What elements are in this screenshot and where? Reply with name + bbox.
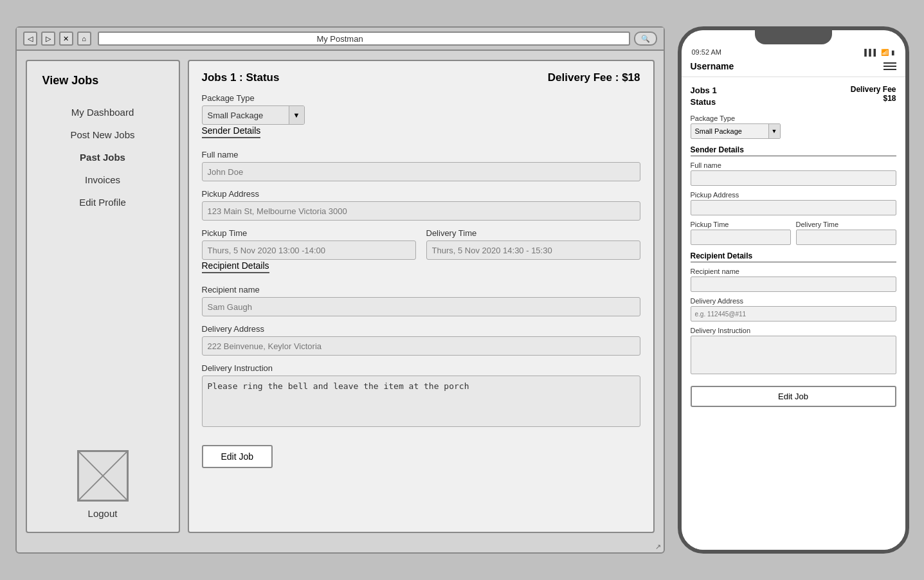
m-edit-job-button[interactable]: Edit Job — [691, 386, 896, 407]
m-pickup-time-input[interactable] — [691, 230, 791, 245]
close-button[interactable]: ✕ — [59, 32, 73, 46]
hamburger-line-3 — [883, 69, 896, 70]
edit-job-button[interactable]: Edit Job — [202, 445, 273, 468]
mobile-job-header: Jobs 1 Status Delivery Fee $18 — [691, 85, 896, 108]
m-full-name-label: Full name — [691, 161, 896, 169]
m-delivery-address-label: Delivery Address — [691, 297, 896, 305]
sidebar-item-invoices[interactable]: Invoices — [85, 174, 120, 185]
m-select-arrow-icon: ▼ — [768, 124, 780, 138]
pickup-time-label: Pickup Time — [202, 228, 416, 238]
delivery-fee: Delivery Fee : $18 — [548, 71, 640, 84]
mobile-screen: 09:52 AM ▌▌▌ 📶 ▮ Username Jobs 1 Status — [682, 30, 905, 550]
search-button[interactable]: 🔍 — [634, 32, 657, 46]
back-button[interactable]: ◁ — [23, 32, 37, 46]
time-row: Pickup Time Delivery Time — [202, 221, 640, 260]
mobile-time: 09:52 AM — [692, 48, 721, 56]
m-pickup-time-col: Pickup Time — [691, 215, 791, 245]
sidebar-title: View Jobs — [27, 74, 99, 87]
m-full-name-input[interactable] — [691, 170, 896, 186]
m-delivery-address-input[interactable] — [691, 306, 896, 322]
delivery-instruction-label: Delivery Instruction — [202, 363, 640, 373]
mobile-device: 09:52 AM ▌▌▌ 📶 ▮ Username Jobs 1 Status — [678, 26, 909, 554]
user-avatar — [77, 450, 129, 502]
pickup-address-input[interactable] — [202, 201, 640, 221]
mobile-body: Jobs 1 Status Delivery Fee $18 Package T… — [682, 77, 905, 550]
m-pickup-address-label: Pickup Address — [691, 191, 896, 199]
delivery-instruction-textarea[interactable]: Please ring the bell and leave the item … — [202, 376, 640, 427]
mobile-header: Username — [682, 59, 905, 77]
m-pickup-time-label: Pickup Time — [691, 221, 791, 228]
full-name-input[interactable] — [202, 162, 640, 181]
m-package-select[interactable]: Small Package — [691, 127, 768, 135]
browser-title: My Postman — [316, 34, 363, 44]
signal-icon: ▌▌▌ — [864, 49, 878, 56]
forward-button[interactable]: ▷ — [41, 32, 55, 46]
package-type-label: Package Type — [202, 93, 640, 103]
logout-button[interactable]: Logout — [88, 508, 118, 519]
recipient-name-input[interactable] — [202, 297, 640, 316]
m-package-select-wrapper[interactable]: Small Package ▼ — [691, 123, 781, 139]
recipient-details-section: Recipient Details — [202, 260, 269, 273]
browser-window: ◁ ▷ ✕ ⌂ 🔍 My Postman View Jobs My Dashbo… — [15, 26, 665, 554]
browser-content: View Jobs My Dashboard Post New Jobs Pas… — [17, 51, 664, 542]
package-type-select[interactable]: Small Package — [203, 111, 289, 120]
m-recipient-name-input[interactable] — [691, 276, 896, 292]
package-type-select-wrapper[interactable]: Small Package ▼ — [202, 105, 305, 125]
m-pickup-address-input[interactable] — [691, 200, 896, 215]
jobs-status-title: Jobs 1 : Status — [202, 71, 280, 84]
sidebar-item-edit-profile[interactable]: Edit Profile — [79, 197, 126, 208]
home-button[interactable]: ⌂ — [77, 32, 91, 46]
wifi-icon: 📶 — [881, 49, 889, 56]
hamburger-menu[interactable] — [883, 62, 896, 70]
package-select-arrow-icon: ▼ — [289, 106, 304, 124]
delivery-time-col: Delivery Time — [426, 221, 640, 260]
sidebar-item-dashboard[interactable]: My Dashboard — [71, 107, 134, 118]
delivery-address-input[interactable] — [202, 336, 640, 356]
m-delivery-time-label: Delivery Time — [796, 221, 896, 228]
sidebar-nav: My Dashboard Post New Jobs Past Jobs Inv… — [27, 107, 179, 208]
main-header: Jobs 1 : Status Delivery Fee : $18 — [202, 71, 640, 84]
delivery-time-input[interactable] — [426, 240, 640, 260]
m-recipient-name-label: Recipient name — [691, 267, 896, 275]
recipient-name-label: Recipient name — [202, 285, 640, 295]
pickup-address-label: Pickup Address — [202, 189, 640, 199]
mobile-delivery-fee: Delivery Fee $18 — [851, 85, 896, 103]
delivery-time-label: Delivery Time — [426, 228, 640, 238]
pickup-time-input[interactable] — [202, 240, 416, 260]
battery-icon: ▮ — [891, 49, 895, 56]
browser-toolbar: ◁ ▷ ✕ ⌂ 🔍 My Postman — [17, 28, 664, 51]
m-delivery-time-col: Delivery Time — [796, 215, 896, 245]
sender-details-section: Sender Details — [202, 125, 261, 138]
sidebar: View Jobs My Dashboard Post New Jobs Pas… — [26, 60, 180, 533]
delivery-address-label: Delivery Address — [202, 324, 640, 334]
m-recipient-section: Recipient Details — [691, 251, 896, 262]
m-sender-section: Sender Details — [691, 145, 896, 156]
hamburger-line-1 — [883, 62, 896, 64]
m-package-type-label: Package Type — [691, 114, 896, 122]
mobile-notch — [755, 30, 832, 44]
main-content: Jobs 1 : Status Delivery Fee : $18 Packa… — [188, 60, 655, 533]
m-time-row: Pickup Time Delivery Time — [691, 215, 896, 245]
pickup-time-col: Pickup Time — [202, 221, 416, 260]
resize-handle: ↗ — [17, 542, 664, 552]
m-delivery-instruction-label: Delivery Instruction — [691, 327, 896, 334]
mobile-job-title: Jobs 1 Status — [691, 85, 717, 108]
url-bar[interactable] — [98, 32, 630, 46]
mobile-status-icons: ▌▌▌ 📶 ▮ — [864, 49, 894, 56]
hamburger-line-2 — [883, 66, 896, 67]
full-name-label: Full name — [202, 150, 640, 159]
m-delivery-time-input[interactable] — [796, 230, 896, 245]
mobile-username: Username — [691, 61, 734, 71]
m-delivery-instruction-textarea[interactable] — [691, 336, 896, 374]
sidebar-item-post-new[interactable]: Post New Jobs — [70, 129, 134, 140]
sidebar-item-past-jobs[interactable]: Past Jobs — [80, 152, 125, 163]
